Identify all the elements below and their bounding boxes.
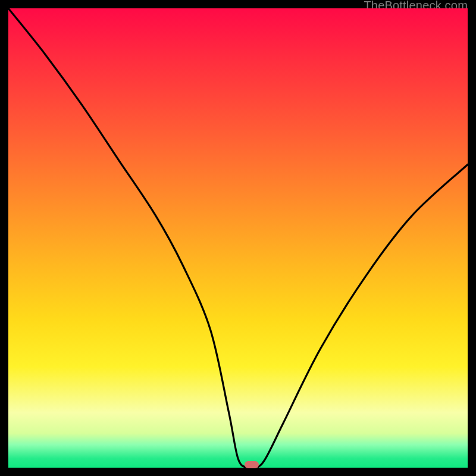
bottleneck-curve xyxy=(8,8,468,468)
bottleneck-chart: TheBottleneck.com xyxy=(0,0,476,476)
curve-layer xyxy=(8,8,468,468)
optimum-marker xyxy=(245,461,259,468)
plot-area xyxy=(8,8,468,468)
